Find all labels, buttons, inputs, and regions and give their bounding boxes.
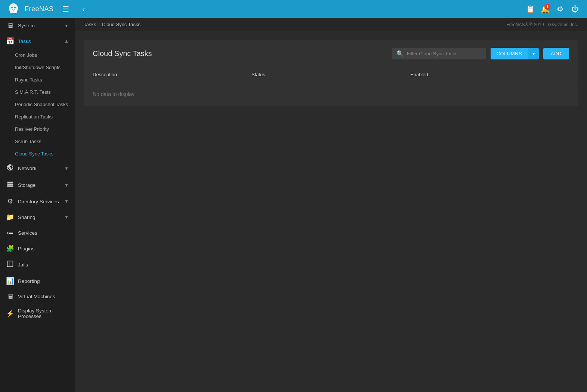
main-layout: 🖥 System ▼ 📅 Tasks ▲ Cron Jobs Init/Shut… (0, 18, 587, 392)
sidebar-item-sharing[interactable]: 📁 Sharing ▼ (0, 209, 75, 225)
settings-button[interactable]: ⚙ (554, 3, 566, 15)
panel-toolbar: 🔍 COLUMNS ▼ ADD (392, 48, 569, 59)
column-description: Description (93, 72, 251, 77)
freenas-logo-icon (6, 3, 21, 15)
sidebar-item-label: Directory Services (18, 199, 61, 204)
reporting-icon: 📊 (6, 277, 14, 285)
sidebar-item-directory-services[interactable]: ⚙ Directory Services ▼ (0, 194, 75, 209)
sidebar: 🖥 System ▼ 📅 Tasks ▲ Cron Jobs Init/Shut… (0, 18, 75, 392)
notifications-button[interactable]: 🔔 1 (539, 3, 551, 15)
column-status: Status (251, 72, 410, 77)
sidebar-item-network[interactable]: Network ▼ (0, 160, 75, 177)
plugins-icon: 🧩 (6, 244, 14, 253)
svg-point-3 (11, 7, 13, 9)
sidebar-sub-label: Cloud Sync Tasks (15, 151, 53, 157)
sidebar-item-label: System (18, 23, 61, 28)
breadcrumb-separator: / (98, 22, 100, 27)
topbar-left: FreeNAS ☰ ‹ (6, 3, 90, 15)
search-box: 🔍 (392, 48, 486, 59)
columns-button-group: COLUMNS ▼ (491, 48, 539, 59)
breadcrumb-current: Cloud Sync Tasks (102, 22, 140, 27)
sidebar-item-reporting[interactable]: 📊 Reporting (0, 273, 75, 289)
sidebar-item-label: Jails (18, 262, 69, 268)
virtual-machines-icon: 🖥 (6, 293, 14, 300)
chevron-down-icon: ▼ (64, 166, 69, 171)
sidebar-sub-replication-tasks[interactable]: Replication Tasks (0, 111, 75, 123)
content-area: Tasks / Cloud Sync Tasks FreeNAS® © 2019… (75, 18, 587, 392)
directory-services-icon: ⚙ (6, 197, 14, 206)
sidebar-sub-label: Periodic Snapshot Tasks (15, 102, 68, 107)
sidebar-sub-init-shutdown[interactable]: Init/Shutdown Scripts (0, 61, 75, 74)
chevron-down-icon: ▼ (64, 183, 69, 188)
sidebar-sub-periodic-snapshot[interactable]: Periodic Snapshot Tasks (0, 98, 75, 111)
tasks-icon: 📅 (6, 37, 14, 45)
sidebar-item-system[interactable]: 🖥 System ▼ (0, 18, 75, 33)
topbar: FreeNAS ☰ ‹ 📋 🔔 1 ⚙ ⏻ (0, 0, 587, 18)
menu-button[interactable]: ☰ (60, 3, 72, 15)
sidebar-item-label: Virtual Machines (18, 294, 69, 299)
logo: FreeNAS (6, 3, 54, 15)
sidebar-sub-smart-tests[interactable]: S.M.A.R.T. Tests (0, 86, 75, 98)
page-title: Cloud Sync Tasks (93, 49, 152, 58)
add-button[interactable]: ADD (543, 48, 569, 59)
sidebar-item-jails[interactable]: Jails (0, 256, 75, 273)
search-input[interactable] (407, 51, 482, 56)
sidebar-sub-scrub-tasks[interactable]: Scrub Tasks (0, 135, 75, 148)
sidebar-item-label: Display System Processes (18, 308, 69, 319)
sidebar-sub-label: Replication Tasks (15, 114, 53, 120)
sidebar-sub-resilver-priority[interactable]: Resilver Priority (0, 123, 75, 135)
cloud-sync-panel: Cloud Sync Tasks 🔍 COLUMNS ▼ ADD (84, 40, 578, 106)
storage-icon (6, 180, 14, 190)
sidebar-sub-label: Scrub Tasks (15, 139, 41, 144)
sidebar-item-virtual-machines[interactable]: 🖥 Virtual Machines (0, 289, 75, 304)
sidebar-sub-cron-jobs[interactable]: Cron Jobs (0, 49, 75, 61)
sidebar-item-label: Network (18, 166, 61, 171)
columns-button[interactable]: COLUMNS (491, 48, 528, 59)
table-container: Description Status Enabled No data to di… (84, 67, 578, 106)
svg-point-4 (14, 7, 16, 9)
menu-icon: ☰ (62, 4, 69, 13)
back-icon: ‹ (82, 5, 85, 13)
breadcrumb: Tasks / Cloud Sync Tasks (84, 22, 140, 27)
sidebar-sub-label: Init/Shutdown Scripts (15, 65, 61, 70)
sharing-icon: 📁 (6, 213, 14, 221)
sidebar-item-plugins[interactable]: 🧩 Plugins (0, 241, 75, 256)
sidebar-item-label: Services (18, 230, 69, 236)
breadcrumb-parent[interactable]: Tasks (84, 22, 96, 27)
sidebar-sub-label: Cron Jobs (15, 52, 37, 58)
table-empty-message: No data to display (84, 82, 578, 106)
chevron-down-icon: ▼ (64, 23, 69, 28)
svg-rect-5 (7, 261, 13, 267)
sidebar-sub-rsync-tasks[interactable]: Rsync Tasks (0, 74, 75, 86)
system-icon: 🖥 (6, 22, 14, 30)
chevron-up-icon: ▲ (64, 38, 69, 44)
sidebar-sub-label: Rsync Tasks (15, 77, 42, 83)
chevron-down-icon: ▼ (64, 199, 69, 204)
sidebar-sub-cloud-sync-tasks[interactable]: Cloud Sync Tasks (0, 148, 75, 160)
logo-text: FreeNAS (25, 5, 54, 13)
copyright: FreeNAS® © 2019 - iXsystems, Inc. (506, 22, 578, 27)
services-icon: ≔ (6, 229, 14, 237)
page-content: Cloud Sync Tasks 🔍 COLUMNS ▼ ADD (75, 31, 587, 392)
table-header: Description Status Enabled (84, 67, 578, 82)
notification-badge: 1 (544, 4, 550, 10)
sidebar-item-label: Tasks (18, 38, 61, 44)
sidebar-item-storage[interactable]: Storage ▼ (0, 177, 75, 194)
notes-icon: 📋 (526, 4, 535, 13)
search-icon: 🔍 (396, 50, 404, 57)
back-button[interactable]: ‹ (78, 3, 90, 15)
power-icon: ⏻ (571, 5, 579, 13)
sidebar-item-label: Reporting (18, 278, 69, 284)
column-enabled: Enabled (410, 72, 569, 77)
sidebar-item-display-system-processes[interactable]: ⚡ Display System Processes (0, 304, 75, 323)
chevron-down-icon: ▼ (64, 214, 69, 220)
gear-icon: ⚙ (557, 4, 563, 13)
sidebar-sub-label: Resilver Priority (15, 126, 49, 132)
sidebar-sub-label: S.M.A.R.T. Tests (15, 89, 51, 95)
power-button[interactable]: ⏻ (569, 3, 581, 15)
sidebar-item-tasks[interactable]: 📅 Tasks ▲ (0, 33, 75, 49)
columns-dropdown-button[interactable]: ▼ (528, 48, 539, 59)
jails-icon (6, 260, 14, 269)
sidebar-item-services[interactable]: ≔ Services (0, 225, 75, 241)
notes-button[interactable]: 📋 (524, 3, 536, 15)
